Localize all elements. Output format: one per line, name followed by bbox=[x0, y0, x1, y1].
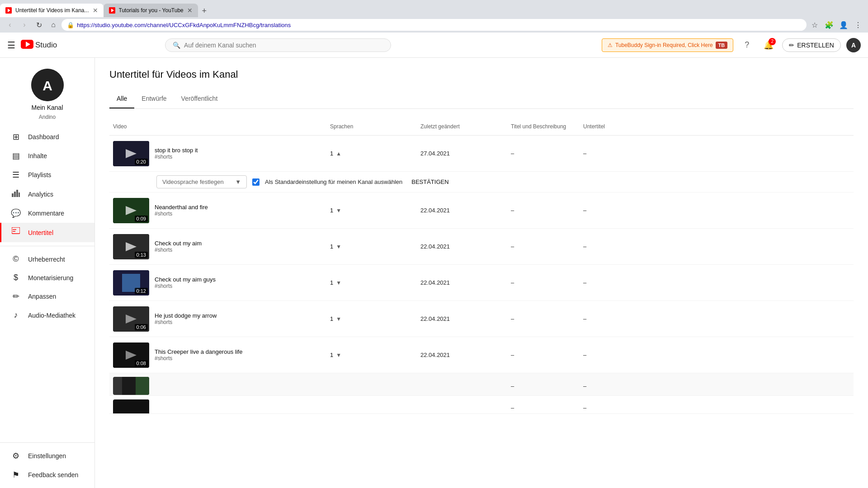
app-body: A Mein Kanal Andino ⊞ Dashboard ▤ Inhalt… bbox=[0, 58, 868, 488]
video-cell-partial-1[interactable] bbox=[109, 373, 326, 396]
einstellungen-icon: ⚙ bbox=[11, 451, 21, 461]
search-input[interactable] bbox=[184, 42, 383, 49]
create-button[interactable]: ✏ ERSTELLEN bbox=[782, 38, 841, 52]
video-cell-1[interactable]: 0:20 stop it bro stop it #shorts bbox=[109, 137, 326, 170]
home-button[interactable]: ⌂ bbox=[47, 19, 60, 31]
search-icon: 🔍 bbox=[173, 42, 180, 49]
video-cell-2[interactable]: 0:09 Neanderthal and fire #shorts bbox=[109, 194, 326, 227]
date-cell-6: 22.04.2021 bbox=[417, 352, 507, 358]
main-content: Untertitel für Videos im Kanal Alle Entw… bbox=[95, 58, 868, 488]
sidebar-label-einstellungen: Einstellungen bbox=[28, 452, 66, 460]
channel-avatar[interactable]: A bbox=[31, 69, 64, 101]
sidebar-label-urheberrecht: Urheberrecht bbox=[28, 256, 65, 263]
sidebar-item-inhalte[interactable]: ▤ Inhalte bbox=[0, 146, 94, 165]
tab-active[interactable]: Untertitel für Videos im Kana... ✕ bbox=[0, 4, 104, 17]
help-button[interactable]: ? bbox=[739, 37, 755, 53]
sidebar-item-anpassen[interactable]: ✏ Anpassen bbox=[0, 287, 94, 306]
header-right: ⚠ TubeBuddy Sign-in Required, Click Here… bbox=[602, 37, 861, 53]
chevron-down-4[interactable]: ▼ bbox=[336, 280, 341, 286]
sidebar-item-urheberrecht[interactable]: © Urheberrecht bbox=[0, 250, 94, 268]
extensions-button[interactable]: 🧩 bbox=[823, 19, 835, 31]
studio-label: Studio bbox=[35, 41, 57, 50]
anpassen-icon: ✏ bbox=[11, 291, 21, 301]
chevron-down-1[interactable]: ▲ bbox=[336, 150, 341, 157]
tab-close-1[interactable]: ✕ bbox=[93, 7, 98, 14]
sidebar-divider-2 bbox=[0, 442, 94, 443]
tab-entwuerfe[interactable]: Entwürfe bbox=[134, 89, 174, 108]
col-video: Video bbox=[109, 122, 326, 131]
profile-button[interactable]: 👤 bbox=[837, 19, 850, 31]
sidebar-item-feedback[interactable]: ⚑ Feedback senden bbox=[0, 465, 94, 484]
video-tag-2: #shorts bbox=[155, 211, 323, 217]
checkbox-label: Als Standardeinstellung für meinen Kanal… bbox=[265, 178, 402, 185]
sidebar-item-untertitel[interactable]: Untertitel bbox=[0, 223, 94, 242]
audio-icon: ♪ bbox=[11, 310, 21, 320]
create-icon: ✏ bbox=[789, 42, 794, 49]
sidebar-item-analytics[interactable]: Analytics bbox=[0, 184, 94, 204]
playlists-icon: ☰ bbox=[11, 170, 21, 180]
default-lang-checkbox[interactable] bbox=[252, 178, 259, 186]
video-title-4: Check out my aim guys bbox=[155, 276, 323, 283]
yt-logo[interactable]: Studio bbox=[21, 38, 57, 52]
chevron-down-5[interactable]: ▼ bbox=[336, 316, 341, 322]
avatar[interactable]: A bbox=[846, 38, 861, 52]
tubebuddy-button[interactable]: ⚠ TubeBuddy Sign-in Required, Click Here… bbox=[602, 38, 733, 52]
star-button[interactable]: ☆ bbox=[808, 19, 821, 31]
language-select[interactable]: Videosprache festlegen ▼ bbox=[156, 175, 247, 188]
untertitel-cell-6: – bbox=[580, 352, 634, 358]
video-thumb-partial-2 bbox=[113, 399, 149, 414]
chevron-down-2[interactable]: ▼ bbox=[336, 207, 341, 214]
channel-name: Mein Kanal bbox=[31, 104, 63, 111]
reload-button[interactable]: ↻ bbox=[33, 19, 45, 31]
content-tabs: Alle Entwürfe Veröffentlicht bbox=[109, 89, 854, 109]
more-button[interactable]: ⋮ bbox=[852, 19, 864, 31]
video-thumb-1: 0:20 bbox=[113, 141, 149, 166]
tab-alle[interactable]: Alle bbox=[109, 89, 134, 108]
video-info-1: stop it bro stop it #shorts bbox=[155, 147, 323, 160]
back-button[interactable]: ‹ bbox=[4, 19, 16, 31]
notifications-button[interactable]: 🔔 2 bbox=[760, 37, 777, 53]
hamburger-menu[interactable]: ☰ bbox=[7, 40, 15, 51]
youtube-icon bbox=[21, 38, 33, 52]
tubebuddy-warning-icon: ⚠ bbox=[608, 42, 613, 48]
new-tab-button[interactable]: + bbox=[198, 5, 211, 17]
svg-rect-9 bbox=[14, 192, 16, 197]
video-cell-3[interactable]: 0:13 Check out my aim #shorts bbox=[109, 230, 326, 263]
sidebar-item-playlists[interactable]: ☰ Playlists bbox=[0, 165, 94, 184]
titel-cell-4: – bbox=[507, 279, 580, 286]
tab-close-2[interactable]: ✕ bbox=[187, 7, 193, 14]
tab-inactive[interactable]: Tutorials for you - YouTube ✕ bbox=[104, 4, 198, 17]
titel-cell-6: – bbox=[507, 352, 580, 358]
video-title-5: He just dodge my arrow bbox=[155, 312, 323, 319]
chevron-down-6[interactable]: ▼ bbox=[336, 352, 341, 358]
page-title: Untertitel für Videos im Kanal bbox=[109, 69, 854, 80]
chevron-down-3[interactable]: ▼ bbox=[336, 244, 341, 250]
video-thumb-6: 0:08 bbox=[113, 343, 149, 368]
monetarisierung-icon: $ bbox=[11, 273, 21, 282]
sidebar-item-kommentare[interactable]: 💬 Kommentare bbox=[0, 204, 94, 223]
video-cell-partial-2[interactable] bbox=[109, 396, 326, 414]
tubebuddy-logo: TB bbox=[716, 42, 728, 49]
video-cell-5[interactable]: 0:06 He just dodge my arrow #shorts bbox=[109, 303, 326, 335]
thumb-duration-3: 0:13 bbox=[135, 252, 148, 258]
sidebar-item-dashboard[interactable]: ⊞ Dashboard bbox=[0, 127, 94, 146]
table-header: Video Sprachen Zuletzt geändert Titel un… bbox=[109, 118, 854, 136]
video-thumb-3: 0:13 bbox=[113, 234, 149, 259]
tab-veroeffentlicht[interactable]: Veröffentlicht bbox=[174, 89, 225, 108]
lang-cell-2: 1 ▼ bbox=[326, 207, 417, 214]
video-cell-6[interactable]: 0:08 This Creeper live a dangerous life … bbox=[109, 339, 326, 371]
youtube-studio-app: ☰ Studio 🔍 ⚠ TubeBuddy Sign-in Required,… bbox=[0, 33, 868, 488]
sidebar-item-audio[interactable]: ♪ Audio-Mediathek bbox=[0, 306, 94, 324]
sidebar-label-audio: Audio-Mediathek bbox=[28, 312, 75, 319]
sidebar-item-monetarisierung[interactable]: $ Monetarisierung bbox=[0, 268, 94, 287]
address-bar[interactable]: 🔒 https://studio.youtube.com/channel/UCC… bbox=[61, 19, 807, 31]
thumb-duration-4: 0:12 bbox=[135, 288, 148, 294]
forward-button[interactable]: › bbox=[18, 19, 31, 31]
sidebar-item-einstellungen[interactable]: ⚙ Einstellungen bbox=[0, 446, 94, 465]
video-cell-4[interactable]: 0:12 Check out my aim guys #shorts bbox=[109, 267, 326, 299]
titel-cell-1: – bbox=[507, 150, 580, 157]
video-thumb-2: 0:09 bbox=[113, 198, 149, 223]
sidebar-label-analytics: Analytics bbox=[28, 191, 53, 198]
sidebar-label-kommentare: Kommentare bbox=[28, 210, 64, 217]
confirm-button[interactable]: BESTÄTIGEN bbox=[408, 177, 452, 187]
